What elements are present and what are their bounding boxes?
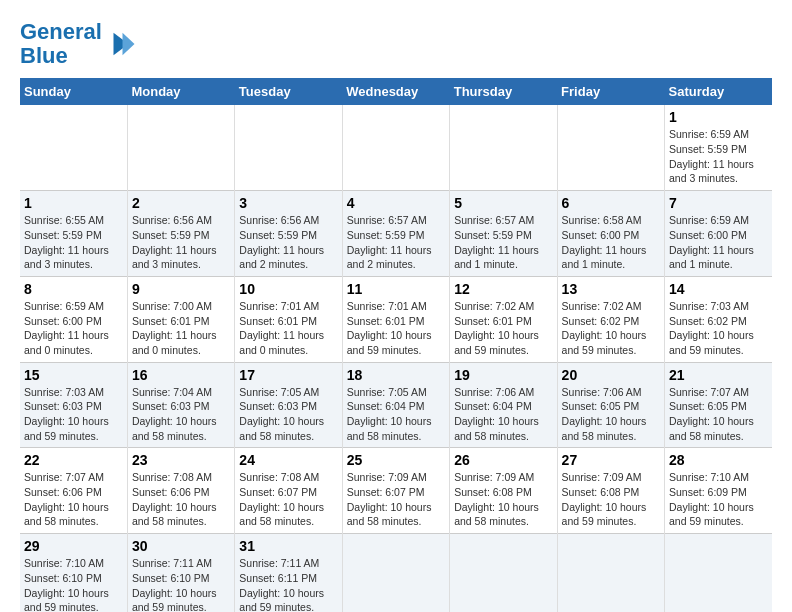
- day-header-tuesday: Tuesday: [235, 78, 342, 105]
- calendar-cell: 27 Sunrise: 7:09 AM Sunset: 6:08 PM Dayl…: [557, 448, 664, 534]
- day-info: Sunrise: 7:05 AM Sunset: 6:04 PM Dayligh…: [347, 385, 445, 444]
- calendar-cell: 31 Sunrise: 7:11 AM Sunset: 6:11 PM Dayl…: [235, 534, 342, 612]
- day-info: Sunrise: 7:11 AM Sunset: 6:11 PM Dayligh…: [239, 556, 337, 612]
- calendar-cell: 16 Sunrise: 7:04 AM Sunset: 6:03 PM Dayl…: [127, 362, 234, 448]
- day-info: Sunrise: 6:56 AM Sunset: 5:59 PM Dayligh…: [239, 213, 337, 272]
- day-number: 29: [24, 538, 123, 554]
- calendar-cell: 21 Sunrise: 7:07 AM Sunset: 6:05 PM Dayl…: [665, 362, 772, 448]
- day-info: Sunrise: 6:56 AM Sunset: 5:59 PM Dayligh…: [132, 213, 230, 272]
- day-info: Sunrise: 7:10 AM Sunset: 6:09 PM Dayligh…: [669, 470, 768, 529]
- day-number: 20: [562, 367, 660, 383]
- day-info: Sunrise: 7:02 AM Sunset: 6:02 PM Dayligh…: [562, 299, 660, 358]
- calendar-cell: [557, 105, 664, 190]
- calendar-cell: [20, 105, 127, 190]
- calendar-cell: [342, 534, 449, 612]
- day-info: Sunrise: 7:00 AM Sunset: 6:01 PM Dayligh…: [132, 299, 230, 358]
- calendar-week-3: 8 Sunrise: 6:59 AM Sunset: 6:00 PM Dayli…: [20, 276, 772, 362]
- day-info: Sunrise: 7:09 AM Sunset: 6:07 PM Dayligh…: [347, 470, 445, 529]
- day-number: 6: [562, 195, 660, 211]
- day-info: Sunrise: 7:08 AM Sunset: 6:07 PM Dayligh…: [239, 470, 337, 529]
- day-info: Sunrise: 7:06 AM Sunset: 6:04 PM Dayligh…: [454, 385, 552, 444]
- calendar-cell: 7 Sunrise: 6:59 AM Sunset: 6:00 PM Dayli…: [665, 191, 772, 277]
- calendar-cell: 10 Sunrise: 7:01 AM Sunset: 6:01 PM Dayl…: [235, 276, 342, 362]
- day-header-sunday: Sunday: [20, 78, 127, 105]
- day-number: 17: [239, 367, 337, 383]
- day-number: 4: [347, 195, 445, 211]
- day-header-saturday: Saturday: [665, 78, 772, 105]
- calendar-cell: 4 Sunrise: 6:57 AM Sunset: 5:59 PM Dayli…: [342, 191, 449, 277]
- day-header-friday: Friday: [557, 78, 664, 105]
- day-info: Sunrise: 6:59 AM Sunset: 6:00 PM Dayligh…: [24, 299, 123, 358]
- day-info: Sunrise: 7:09 AM Sunset: 6:08 PM Dayligh…: [562, 470, 660, 529]
- day-number: 1: [24, 195, 123, 211]
- day-info: Sunrise: 7:09 AM Sunset: 6:08 PM Dayligh…: [454, 470, 552, 529]
- day-info: Sunrise: 6:55 AM Sunset: 5:59 PM Dayligh…: [24, 213, 123, 272]
- calendar-cell: 9 Sunrise: 7:00 AM Sunset: 6:01 PM Dayli…: [127, 276, 234, 362]
- day-number: 24: [239, 452, 337, 468]
- day-number: 1: [669, 109, 768, 125]
- logo-text: General Blue: [20, 20, 102, 68]
- day-number: 14: [669, 281, 768, 297]
- day-info: Sunrise: 7:08 AM Sunset: 6:06 PM Dayligh…: [132, 470, 230, 529]
- calendar-cell: 18 Sunrise: 7:05 AM Sunset: 6:04 PM Dayl…: [342, 362, 449, 448]
- calendar-cell: [450, 105, 557, 190]
- calendar-cell: [557, 534, 664, 612]
- day-number: 2: [132, 195, 230, 211]
- calendar-cell: [127, 105, 234, 190]
- day-info: Sunrise: 7:04 AM Sunset: 6:03 PM Dayligh…: [132, 385, 230, 444]
- day-number: 5: [454, 195, 552, 211]
- calendar-cell: 28 Sunrise: 7:10 AM Sunset: 6:09 PM Dayl…: [665, 448, 772, 534]
- day-info: Sunrise: 7:07 AM Sunset: 6:05 PM Dayligh…: [669, 385, 768, 444]
- calendar-week-1: 1 Sunrise: 6:59 AM Sunset: 5:59 PM Dayli…: [20, 105, 772, 190]
- calendar-table: SundayMondayTuesdayWednesdayThursdayFrid…: [20, 78, 772, 612]
- calendar-cell: 19 Sunrise: 7:06 AM Sunset: 6:04 PM Dayl…: [450, 362, 557, 448]
- day-number: 15: [24, 367, 123, 383]
- day-number: 22: [24, 452, 123, 468]
- day-info: Sunrise: 6:57 AM Sunset: 5:59 PM Dayligh…: [454, 213, 552, 272]
- day-info: Sunrise: 7:06 AM Sunset: 6:05 PM Dayligh…: [562, 385, 660, 444]
- logo-icon: [106, 29, 136, 59]
- calendar-cell: 29 Sunrise: 7:10 AM Sunset: 6:10 PM Dayl…: [20, 534, 127, 612]
- day-info: Sunrise: 7:01 AM Sunset: 6:01 PM Dayligh…: [239, 299, 337, 358]
- calendar-cell: [665, 534, 772, 612]
- day-number: 21: [669, 367, 768, 383]
- day-header-monday: Monday: [127, 78, 234, 105]
- day-info: Sunrise: 6:57 AM Sunset: 5:59 PM Dayligh…: [347, 213, 445, 272]
- calendar-cell: 2 Sunrise: 6:56 AM Sunset: 5:59 PM Dayli…: [127, 191, 234, 277]
- day-number: 8: [24, 281, 123, 297]
- day-number: 16: [132, 367, 230, 383]
- day-number: 26: [454, 452, 552, 468]
- calendar-cell: [342, 105, 449, 190]
- day-number: 10: [239, 281, 337, 297]
- calendar-cell: 6 Sunrise: 6:58 AM Sunset: 6:00 PM Dayli…: [557, 191, 664, 277]
- calendar-cell: 1 Sunrise: 6:59 AM Sunset: 5:59 PM Dayli…: [665, 105, 772, 190]
- calendar-cell: 23 Sunrise: 7:08 AM Sunset: 6:06 PM Dayl…: [127, 448, 234, 534]
- day-header-wednesday: Wednesday: [342, 78, 449, 105]
- calendar-week-5: 22 Sunrise: 7:07 AM Sunset: 6:06 PM Dayl…: [20, 448, 772, 534]
- day-number: 12: [454, 281, 552, 297]
- day-number: 3: [239, 195, 337, 211]
- page-header: General Blue: [20, 20, 772, 68]
- calendar-cell: 22 Sunrise: 7:07 AM Sunset: 6:06 PM Dayl…: [20, 448, 127, 534]
- day-number: 25: [347, 452, 445, 468]
- calendar-cell: 26 Sunrise: 7:09 AM Sunset: 6:08 PM Dayl…: [450, 448, 557, 534]
- day-info: Sunrise: 7:10 AM Sunset: 6:10 PM Dayligh…: [24, 556, 123, 612]
- calendar-cell: 8 Sunrise: 6:59 AM Sunset: 6:00 PM Dayli…: [20, 276, 127, 362]
- calendar-cell: 12 Sunrise: 7:02 AM Sunset: 6:01 PM Dayl…: [450, 276, 557, 362]
- day-info: Sunrise: 6:59 AM Sunset: 5:59 PM Dayligh…: [669, 127, 768, 186]
- day-info: Sunrise: 6:59 AM Sunset: 6:00 PM Dayligh…: [669, 213, 768, 272]
- calendar-cell: 14 Sunrise: 7:03 AM Sunset: 6:02 PM Dayl…: [665, 276, 772, 362]
- calendar-cell: 13 Sunrise: 7:02 AM Sunset: 6:02 PM Dayl…: [557, 276, 664, 362]
- day-number: 23: [132, 452, 230, 468]
- calendar-week-6: 29 Sunrise: 7:10 AM Sunset: 6:10 PM Dayl…: [20, 534, 772, 612]
- calendar-cell: 15 Sunrise: 7:03 AM Sunset: 6:03 PM Dayl…: [20, 362, 127, 448]
- day-info: Sunrise: 7:02 AM Sunset: 6:01 PM Dayligh…: [454, 299, 552, 358]
- day-number: 11: [347, 281, 445, 297]
- calendar-header: SundayMondayTuesdayWednesdayThursdayFrid…: [20, 78, 772, 105]
- day-info: Sunrise: 7:11 AM Sunset: 6:10 PM Dayligh…: [132, 556, 230, 612]
- calendar-week-4: 15 Sunrise: 7:03 AM Sunset: 6:03 PM Dayl…: [20, 362, 772, 448]
- day-number: 28: [669, 452, 768, 468]
- day-number: 27: [562, 452, 660, 468]
- day-number: 30: [132, 538, 230, 554]
- day-number: 31: [239, 538, 337, 554]
